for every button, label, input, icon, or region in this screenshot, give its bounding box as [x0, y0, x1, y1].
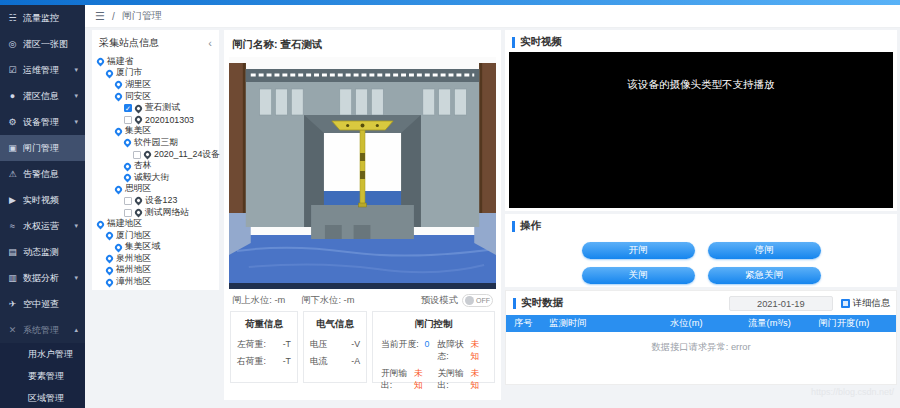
station-tree: 福建省 厦门市 湖里区 同安区 萱石测试 2020101303 集美区 软件园三…	[92, 54, 219, 288]
checkbox[interactable]	[124, 197, 132, 205]
video-player[interactable]: 该设备的摄像头类型不支持播放	[509, 52, 893, 208]
upstream-level: 闸上水位: -m	[232, 294, 285, 307]
data-analysis-icon: ▥	[7, 273, 18, 283]
tree-node[interactable]: 湖里区	[115, 79, 219, 91]
gate-control-box: 闸门控制 当前开度:0 故障状态:未知 开闸输出:未知 关闸输出:未知	[372, 311, 495, 383]
location-pin-icon	[123, 161, 133, 171]
menu-toggle-icon[interactable]: ☰	[95, 10, 105, 23]
location-pin-icon	[123, 138, 133, 148]
chevron-down-icon: ▾	[74, 118, 78, 126]
sidebar-item-system-management[interactable]: ✕ 系统管理 ▴	[0, 317, 85, 343]
checkbox-checked[interactable]	[124, 104, 132, 112]
district-info-icon: ●	[7, 91, 18, 101]
location-pin-icon	[114, 126, 124, 136]
tree-node[interactable]: 泉州地区	[106, 253, 219, 265]
location-pin-icon	[114, 92, 124, 102]
sidebar-item-ops-management[interactable]: ☑ 运维管理 ▾	[0, 57, 85, 83]
operation-panel: 操作 开闸 停闸 关闸 紧急关闸	[505, 214, 897, 287]
sidebar-item-label: 流量监控	[23, 12, 59, 25]
close-gate-button[interactable]: 关闸	[582, 267, 695, 284]
electric-info-box: 电气信息 电压-V 电流-A	[303, 311, 367, 383]
checkbox[interactable]	[124, 209, 132, 217]
sidebar-item-alarm-info[interactable]: ⚠ 告警信息	[0, 161, 85, 187]
device-pin-icon	[143, 150, 153, 160]
gate-panel: 闸门名称: 萱石测试	[224, 30, 501, 400]
device-management-icon: ⚙	[7, 117, 18, 127]
tree-node[interactable]: 福建地区	[97, 218, 219, 230]
sidebar-subitem-elements[interactable]: 要素管理	[0, 365, 85, 387]
sidebar-item-device-management[interactable]: ⚙ 设备管理 ▾	[0, 109, 85, 135]
gate-name-label: 闸门名称:	[232, 38, 278, 50]
tree-node-device[interactable]: 2020_11_24设备	[133, 149, 219, 161]
sidebar-item-label: 灌区信息	[23, 90, 59, 103]
column-header: 监测时间	[541, 317, 662, 330]
chevron-down-icon: ▾	[74, 222, 78, 230]
sidebar-item-district-map[interactable]: ◎ 灌区一张图	[0, 31, 85, 57]
sidebar-item-label: 设备管理	[23, 116, 59, 129]
tree-node[interactable]: 厦门市	[106, 68, 219, 80]
sidebar-subitem-water-users[interactable]: 用水户管理	[0, 343, 85, 365]
tree-node-label: 福建地区	[107, 218, 142, 230]
sidebar-item-live-video[interactable]: ▶ 实时视频	[0, 187, 85, 213]
sidebar-item-label: 数据分析	[23, 272, 59, 285]
data-table-header: 序号 监测时间 水位(m) 流量(m³/s) 闸门开度(m)	[506, 315, 896, 332]
date-picker[interactable]: 2021-01-19	[729, 296, 833, 311]
sidebar-item-water-rights[interactable]: ≈ 水权运营 ▾	[0, 213, 85, 239]
tree-node-label: 设备123	[145, 195, 177, 207]
tree-node-device[interactable]: 2020101303	[124, 114, 219, 126]
tree-node[interactable]: 厦门地区	[106, 230, 219, 242]
live-video-panel: 实时视频 该设备的摄像头类型不支持播放	[505, 30, 897, 211]
location-pin-icon	[123, 173, 133, 183]
tree-node[interactable]: 集美区	[115, 126, 219, 138]
tree-node-label: 福州地区	[116, 264, 151, 276]
tree-node[interactable]: 福建省	[97, 56, 219, 68]
sidebar-item-aerial-patrol[interactable]: ✈ 空中巡查	[0, 291, 85, 317]
tree-node-label: 漳州地区	[116, 276, 151, 288]
column-header: 闸门开度(m)	[810, 317, 896, 330]
sidebar-item-district-info[interactable]: ● 灌区信息 ▾	[0, 83, 85, 109]
stop-gate-button[interactable]: 停闸	[708, 242, 821, 259]
opening-value: 0	[425, 339, 430, 363]
sidebar-item-data-analysis[interactable]: ▥ 数据分析 ▾	[0, 265, 85, 291]
tree-node-label: 软件园三期	[134, 137, 178, 149]
tree-node-device[interactable]: 萱石测试	[124, 102, 219, 114]
column-header: 水位(m)	[662, 317, 740, 330]
collapse-panel-icon[interactable]: ‹	[208, 37, 212, 49]
emergency-close-button[interactable]: 紧急关闸	[708, 267, 821, 284]
sidebar-item-gate-management[interactable]: ▣ 闸门管理	[0, 135, 85, 161]
breadcrumb: ☰ / 闸门管理	[85, 5, 900, 28]
detail-info-link[interactable]: 详细信息	[841, 297, 890, 310]
tree-node[interactable]: 诚毅大街	[124, 172, 219, 184]
tree-node-device[interactable]: 设备123	[124, 195, 219, 207]
tree-node-label: 厦门地区	[116, 230, 151, 242]
sidebar-item-flow-monitor[interactable]: ☵ 流量监控	[0, 5, 85, 31]
location-pin-icon	[105, 254, 115, 264]
section-marker	[513, 298, 516, 309]
checkbox[interactable]	[133, 151, 141, 159]
sidebar-item-label: 系统管理	[23, 324, 59, 337]
sidebar-item-dynamic-monitor[interactable]: ▤ 动态监测	[0, 239, 85, 265]
tree-node[interactable]: 漳州地区	[106, 276, 219, 288]
table-empty-message: 数据接口请求异常: error	[506, 332, 896, 354]
preset-mode-toggle[interactable]: OFF	[462, 294, 493, 307]
sidebar-item-label: 实时视频	[23, 194, 59, 207]
checkbox[interactable]	[124, 116, 132, 124]
alarm-info-icon: ⚠	[7, 169, 18, 179]
open-gate-button[interactable]: 开闸	[582, 242, 695, 259]
tree-node[interactable]: 集美区域	[115, 242, 219, 254]
tree-node[interactable]: 软件园三期	[124, 137, 219, 149]
device-pin-icon	[134, 208, 144, 218]
tree-node[interactable]: 杏林	[124, 160, 219, 172]
dynamic-monitor-icon: ▤	[7, 247, 18, 257]
video-section-title: 实时视频	[520, 35, 562, 49]
tree-node[interactable]: 福州地区	[106, 265, 219, 277]
breadcrumb-current: 闸门管理	[122, 9, 162, 23]
tree-node[interactable]: 思明区	[115, 184, 219, 196]
sidebar-subitem-regions[interactable]: 区域管理	[0, 387, 85, 408]
tree-node-device[interactable]: 测试网络站	[124, 207, 219, 219]
tree-node[interactable]: 同安区	[115, 91, 219, 103]
chevron-up-icon: ▴	[74, 326, 78, 334]
tree-node-label: 泉州地区	[116, 253, 151, 265]
load-info-box: 荷重信息 左荷重:-T 右荷重:-T	[230, 311, 298, 383]
device-pin-icon	[134, 115, 144, 125]
